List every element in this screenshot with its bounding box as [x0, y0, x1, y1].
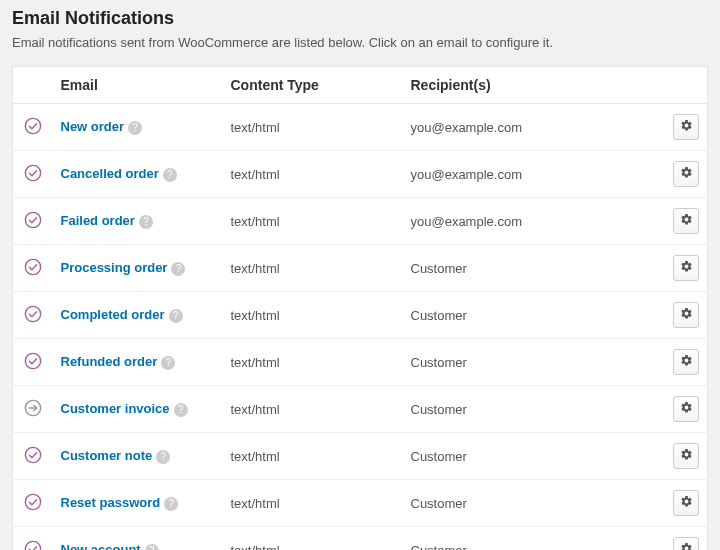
email-name-link[interactable]: New account — [61, 542, 141, 550]
help-icon[interactable]: ? — [145, 544, 159, 550]
svg-point-0 — [25, 118, 40, 133]
configure-button[interactable] — [673, 443, 699, 469]
content-type-cell: text/html — [223, 292, 403, 339]
gear-icon — [680, 307, 693, 323]
help-icon[interactable]: ? — [128, 121, 142, 135]
recipient-cell: Customer — [403, 433, 656, 480]
configure-button[interactable] — [673, 490, 699, 516]
emails-table: Email Content Type Recipient(s) New orde… — [12, 66, 708, 550]
content-type-cell: text/html — [223, 480, 403, 527]
content-type-cell: text/html — [223, 433, 403, 480]
configure-button[interactable] — [673, 208, 699, 234]
configure-button[interactable] — [673, 349, 699, 375]
recipient-cell: you@example.com — [403, 198, 656, 245]
svg-point-3 — [25, 259, 40, 274]
configure-button[interactable] — [673, 396, 699, 422]
email-name-link[interactable]: Reset password — [61, 495, 161, 510]
svg-point-1 — [25, 165, 40, 180]
configure-button[interactable] — [673, 255, 699, 281]
col-email-header: Email — [53, 67, 223, 104]
table-row: Processing order?text/htmlCustomer — [13, 245, 708, 292]
gear-icon — [680, 119, 693, 135]
help-icon[interactable]: ? — [156, 450, 170, 464]
content-type-cell: text/html — [223, 104, 403, 151]
help-icon[interactable]: ? — [164, 497, 178, 511]
check-circle-icon — [24, 211, 42, 229]
svg-point-9 — [25, 541, 40, 550]
help-icon[interactable]: ? — [174, 403, 188, 417]
email-name-link[interactable]: New order — [61, 119, 125, 134]
gear-icon — [680, 495, 693, 511]
help-icon[interactable]: ? — [169, 309, 183, 323]
svg-point-8 — [25, 494, 40, 509]
gear-icon — [680, 260, 693, 276]
email-name-link[interactable]: Processing order — [61, 260, 168, 275]
email-name-link[interactable]: Customer invoice — [61, 401, 170, 416]
configure-button[interactable] — [673, 302, 699, 328]
recipient-cell: Customer — [403, 386, 656, 433]
svg-point-4 — [25, 306, 40, 321]
page-description: Email notifications sent from WooCommerc… — [12, 35, 708, 50]
configure-button[interactable] — [673, 114, 699, 140]
email-name-link[interactable]: Cancelled order — [61, 166, 159, 181]
col-status-header — [13, 67, 53, 104]
gear-icon — [680, 448, 693, 464]
table-row: Completed order?text/htmlCustomer — [13, 292, 708, 339]
gear-icon — [680, 401, 693, 417]
email-name-link[interactable]: Completed order — [61, 307, 165, 322]
content-type-cell: text/html — [223, 386, 403, 433]
gear-icon — [680, 213, 693, 229]
configure-button[interactable] — [673, 537, 699, 550]
recipient-cell: Customer — [403, 292, 656, 339]
col-recipients-header: Recipient(s) — [403, 67, 656, 104]
gear-icon — [680, 542, 693, 550]
svg-point-7 — [25, 447, 40, 462]
check-circle-icon — [24, 446, 42, 464]
gear-icon — [680, 166, 693, 182]
check-circle-icon — [24, 258, 42, 276]
check-circle-icon — [24, 305, 42, 323]
arrow-right-circle-icon — [24, 399, 42, 417]
content-type-cell: text/html — [223, 198, 403, 245]
table-row: Refunded order?text/htmlCustomer — [13, 339, 708, 386]
content-type-cell: text/html — [223, 527, 403, 551]
help-icon[interactable]: ? — [171, 262, 185, 276]
table-row: Customer invoice?text/htmlCustomer — [13, 386, 708, 433]
recipient-cell: Customer — [403, 527, 656, 551]
help-icon[interactable]: ? — [139, 215, 153, 229]
check-circle-icon — [24, 493, 42, 511]
page-title: Email Notifications — [12, 8, 708, 29]
check-circle-icon — [24, 540, 42, 551]
gear-icon — [680, 354, 693, 370]
check-circle-icon — [24, 117, 42, 135]
content-type-cell: text/html — [223, 151, 403, 198]
col-actions-header — [656, 67, 708, 104]
recipient-cell: you@example.com — [403, 151, 656, 198]
recipient-cell: Customer — [403, 339, 656, 386]
table-row: Customer note?text/htmlCustomer — [13, 433, 708, 480]
svg-point-2 — [25, 212, 40, 227]
table-row: New account?text/htmlCustomer — [13, 527, 708, 551]
help-icon[interactable]: ? — [161, 356, 175, 370]
table-row: Reset password?text/htmlCustomer — [13, 480, 708, 527]
configure-button[interactable] — [673, 161, 699, 187]
table-row: Failed order?text/htmlyou@example.com — [13, 198, 708, 245]
col-content-type-header: Content Type — [223, 67, 403, 104]
email-name-link[interactable]: Refunded order — [61, 354, 158, 369]
content-type-cell: text/html — [223, 339, 403, 386]
check-circle-icon — [24, 164, 42, 182]
recipient-cell: Customer — [403, 245, 656, 292]
table-row: Cancelled order?text/htmlyou@example.com — [13, 151, 708, 198]
email-name-link[interactable]: Customer note — [61, 448, 153, 463]
help-icon[interactable]: ? — [163, 168, 177, 182]
recipient-cell: Customer — [403, 480, 656, 527]
recipient-cell: you@example.com — [403, 104, 656, 151]
table-row: New order?text/htmlyou@example.com — [13, 104, 708, 151]
check-circle-icon — [24, 352, 42, 370]
svg-point-5 — [25, 353, 40, 368]
content-type-cell: text/html — [223, 245, 403, 292]
email-name-link[interactable]: Failed order — [61, 213, 135, 228]
